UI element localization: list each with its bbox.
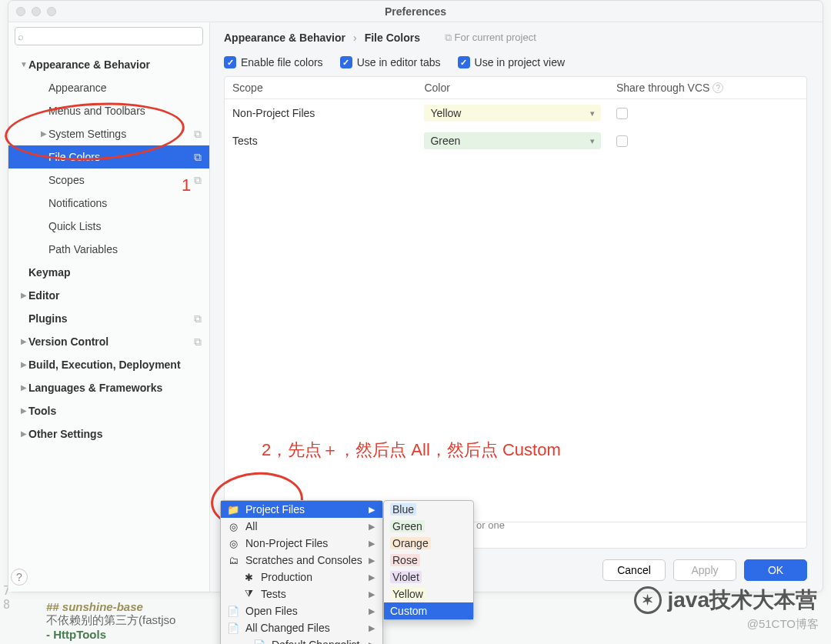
color-item-custom[interactable]: Custom bbox=[384, 602, 473, 619]
color-dropdown[interactable]: Green▾ bbox=[424, 132, 600, 149]
menu-item-all-changed-files[interactable]: 📄All Changed Files▶ bbox=[221, 619, 382, 636]
scope-icon: ⧩ bbox=[242, 588, 255, 600]
sidebar: ⌕ ▼Appearance & BehaviorAppearanceMenus … bbox=[8, 22, 210, 592]
sidebar-item-notifications[interactable]: Notifications bbox=[8, 192, 209, 215]
sidebar-item-scopes[interactable]: Scopes⧉ bbox=[8, 169, 209, 192]
sidebar-item-system-settings[interactable]: ▶System Settings⧉ bbox=[8, 122, 209, 145]
file-colors-table: Scope Color Share through VCS? Non-Proje… bbox=[224, 76, 807, 549]
share-checkbox[interactable] bbox=[616, 108, 628, 119]
sidebar-item-other-settings[interactable]: ▶Other Settings bbox=[8, 422, 209, 445]
checkbox-use-in-project-view[interactable]: Use in project view bbox=[458, 56, 566, 68]
menu-item-all[interactable]: ◎All▶ bbox=[221, 518, 382, 535]
project-badge-icon: ⧉ bbox=[194, 310, 202, 327]
submenu-arrow-icon: ▶ bbox=[369, 522, 375, 532]
color-item-yellow[interactable]: Yellow bbox=[384, 586, 473, 602]
checkbox-use-in-editor-tabs[interactable]: Use in editor tabs bbox=[340, 56, 441, 68]
menu-item-non-project-files[interactable]: ◎Non-Project Files▶ bbox=[221, 535, 382, 552]
sidebar-item-tools[interactable]: ▶Tools bbox=[8, 399, 209, 422]
checkbox-row: Enable file colorsUse in editor tabsUse … bbox=[224, 56, 807, 68]
sidebar-item-quick-lists[interactable]: Quick Lists bbox=[8, 215, 209, 238]
sidebar-item-path-variables[interactable]: Path Variables bbox=[8, 238, 209, 261]
submenu-arrow-icon: ▶ bbox=[369, 556, 375, 566]
sidebar-item-plugins[interactable]: Plugins⧉ bbox=[8, 307, 209, 330]
submenu-arrow-icon: ▶ bbox=[369, 589, 375, 599]
submenu-arrow-icon: ▶ bbox=[369, 539, 375, 549]
project-badge-icon: ⧉ bbox=[194, 148, 202, 165]
scope-icon: 📄 bbox=[227, 622, 239, 634]
color-item-green[interactable]: Green bbox=[384, 518, 473, 535]
share-checkbox[interactable] bbox=[616, 135, 628, 147]
table-header: Scope Color Share through VCS? bbox=[225, 77, 806, 99]
sidebar-item-editor[interactable]: ▶Editor bbox=[8, 284, 209, 307]
menu-item-project-files[interactable]: 📁Project Files▶ bbox=[221, 501, 382, 518]
scope-icon: ◎ bbox=[227, 538, 239, 549]
hint-text: or one bbox=[472, 519, 505, 531]
scope-icon: ◎ bbox=[227, 521, 239, 532]
table-body: Non-Project FilesYellow▾TestsGreen▾ bbox=[225, 99, 806, 155]
color-popup-menu[interactable]: BlueGreenOrangeRoseVioletYellowCustom bbox=[383, 500, 474, 620]
menu-item-tests[interactable]: ⧩Tests▶ bbox=[221, 586, 382, 602]
breadcrumb: Appearance & Behavior › File Colors For … bbox=[224, 32, 807, 44]
scope-icon: ✱ bbox=[242, 572, 255, 583]
scope-icon: 📄 bbox=[227, 606, 239, 617]
chevron-icon: ▶ bbox=[19, 425, 28, 442]
chevron-icon: ▶ bbox=[19, 287, 28, 304]
project-badge-icon: ⧉ bbox=[194, 333, 202, 350]
checkbox-icon bbox=[458, 56, 470, 68]
scope-icon: 🗂 bbox=[227, 555, 239, 566]
sidebar-item-version-control[interactable]: ▶Version Control⧉ bbox=[8, 330, 209, 353]
project-badge-icon: ⧉ bbox=[194, 125, 202, 142]
watermark-sub: @51CTO博客 bbox=[747, 617, 819, 632]
search-input[interactable] bbox=[15, 27, 203, 45]
chevron-icon: ▶ bbox=[39, 125, 48, 142]
color-item-rose[interactable]: Rose bbox=[384, 552, 473, 569]
sidebar-item-languages-frameworks[interactable]: ▶Languages & Frameworks bbox=[8, 376, 209, 399]
scope-icon: 📁 bbox=[227, 504, 239, 516]
sidebar-item-build-execution-deployment[interactable]: ▶Build, Execution, Deployment bbox=[8, 353, 209, 376]
sidebar-item-file-colors[interactable]: File Colors⧉ bbox=[8, 145, 209, 169]
sidebar-item-appearance[interactable]: Appearance bbox=[8, 76, 209, 99]
submenu-arrow-icon: ▶ bbox=[369, 640, 375, 645]
color-item-violet[interactable]: Violet bbox=[384, 569, 473, 586]
submenu-arrow-icon: ▶ bbox=[369, 623, 375, 633]
search-wrap: ⌕ bbox=[8, 22, 209, 50]
submenu-arrow-icon: ▶ bbox=[369, 606, 375, 616]
checkbox-icon bbox=[224, 56, 236, 68]
wechat-icon: ✶ bbox=[634, 586, 662, 614]
menu-item-scratches-and-consoles[interactable]: 🗂Scratches and Consoles▶ bbox=[221, 552, 382, 569]
menu-item-open-files[interactable]: 📄Open Files▶ bbox=[221, 602, 382, 619]
color-item-orange[interactable]: Orange bbox=[384, 535, 473, 552]
scope-icon: 📄 bbox=[253, 639, 265, 645]
color-item-blue[interactable]: Blue bbox=[384, 501, 473, 518]
watermark: ✶ java技术大本营 bbox=[634, 586, 818, 615]
checkbox-icon bbox=[340, 56, 352, 68]
window-title: Preferences bbox=[8, 5, 823, 18]
project-scope-tag: For current project bbox=[445, 32, 536, 44]
search-icon: ⌕ bbox=[18, 31, 24, 42]
chevron-down-icon: ▾ bbox=[590, 136, 595, 146]
menu-item-default-changelist[interactable]: 📄Default Changelist▶ bbox=[221, 636, 382, 644]
chevron-icon: ▶ bbox=[19, 379, 28, 396]
submenu-arrow-icon: ▶ bbox=[369, 505, 375, 515]
table-row[interactable]: TestsGreen▾ bbox=[225, 127, 806, 155]
ok-button[interactable]: OK bbox=[744, 559, 807, 581]
help-icon[interactable]: ? bbox=[713, 82, 723, 93]
color-dropdown[interactable]: Yellow▾ bbox=[424, 105, 600, 122]
table-row[interactable]: Non-Project FilesYellow▾ bbox=[225, 99, 806, 127]
project-badge-icon: ⧉ bbox=[194, 172, 202, 189]
menu-item-production[interactable]: ✱Production▶ bbox=[221, 569, 382, 586]
submenu-arrow-icon: ▶ bbox=[369, 572, 375, 582]
chevron-icon: ▶ bbox=[19, 356, 28, 373]
sidebar-item-menus-and-toolbars[interactable]: Menus and Toolbars bbox=[8, 99, 209, 122]
scope-popup-menu[interactable]: 📁Project Files▶◎All▶◎Non-Project Files▶🗂… bbox=[220, 500, 383, 644]
titlebar: Preferences bbox=[8, 1, 823, 22]
chevron-icon: ▶ bbox=[19, 333, 28, 350]
apply-button[interactable]: Apply bbox=[673, 559, 736, 581]
checkbox-enable-file-colors[interactable]: Enable file colors bbox=[224, 56, 323, 68]
sidebar-item-appearance-behavior[interactable]: ▼Appearance & Behavior bbox=[8, 53, 209, 76]
help-button[interactable]: ? bbox=[11, 569, 28, 586]
settings-tree[interactable]: ▼Appearance & BehaviorAppearanceMenus an… bbox=[8, 50, 209, 592]
chevron-icon: ▼ bbox=[19, 56, 28, 73]
sidebar-item-keymap[interactable]: Keymap bbox=[8, 261, 209, 284]
cancel-button[interactable]: Cancel bbox=[602, 559, 666, 581]
